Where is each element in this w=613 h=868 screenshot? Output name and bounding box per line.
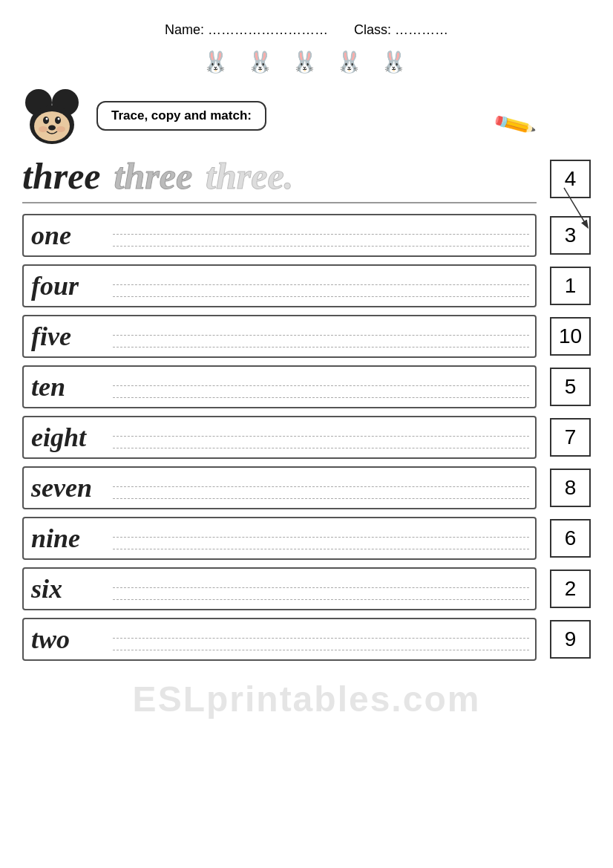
word-row-5: seven 8 bbox=[22, 466, 591, 509]
word-row-2: five 10 bbox=[22, 315, 591, 358]
dotted-line-mid-2 bbox=[113, 335, 529, 336]
instruction-text: Trace, copy and match: bbox=[111, 108, 252, 123]
word-row-6: nine 6 bbox=[22, 517, 591, 560]
trace-word-3: three. bbox=[206, 154, 293, 198]
svg-point-10 bbox=[55, 117, 61, 124]
trace-number: 4 bbox=[565, 167, 577, 191]
svg-point-12 bbox=[58, 118, 60, 120]
word-container-6: nine bbox=[22, 517, 537, 560]
number-box-4: 7 bbox=[550, 418, 591, 457]
word-row-7: six 2 bbox=[22, 567, 591, 610]
number-box-1: 1 bbox=[550, 267, 591, 305]
trace-number-box: 4 bbox=[550, 160, 591, 198]
number-box-2: 10 bbox=[550, 317, 591, 356]
dotted-line-mid-8 bbox=[113, 638, 529, 639]
word-container-7: six bbox=[22, 567, 537, 610]
number-value-3: 5 bbox=[565, 375, 577, 399]
number-box-3: 5 bbox=[550, 368, 591, 406]
number-box-6: 6 bbox=[550, 519, 591, 558]
word-row-8: two 9 bbox=[22, 618, 591, 661]
dotted-line-top-3 bbox=[113, 397, 529, 398]
word-label-3: ten bbox=[31, 371, 65, 402]
number-value-8: 9 bbox=[565, 627, 577, 651]
word-label-4: eight bbox=[31, 422, 86, 453]
dotted-line-top-6 bbox=[113, 549, 529, 549]
number-box-0: 3 bbox=[550, 216, 591, 255]
mickey-icon bbox=[22, 86, 82, 146]
dotted-line-mid-4 bbox=[113, 436, 529, 437]
dotted-line-mid-5 bbox=[113, 486, 529, 487]
word-rows-container: one 3 four 1 five 10 bbox=[22, 214, 591, 661]
dotted-line-top-5 bbox=[113, 498, 529, 499]
word-container-2: five bbox=[22, 315, 537, 358]
svg-point-15 bbox=[56, 126, 65, 132]
number-value-0: 3 bbox=[565, 223, 577, 247]
dotted-line-top-4 bbox=[113, 448, 529, 448]
trace-word-1: three bbox=[22, 154, 101, 198]
dotted-line-top-0 bbox=[113, 246, 529, 247]
number-value-1: 1 bbox=[565, 274, 577, 298]
decorative-svg: 🐰 🐰 🐰 🐰 🐰 bbox=[188, 45, 425, 75]
dotted-line-mid-1 bbox=[113, 284, 529, 285]
word-row-4: eight 7 bbox=[22, 416, 591, 459]
word-label-2: five bbox=[31, 321, 71, 352]
svg-text:🐰: 🐰 bbox=[292, 50, 325, 74]
dotted-line-top-7 bbox=[113, 599, 529, 600]
number-box-8: 9 bbox=[550, 620, 591, 659]
word-container-8: two bbox=[22, 618, 537, 661]
svg-text:🐰: 🐰 bbox=[336, 50, 370, 74]
word-label-6: nine bbox=[31, 523, 80, 554]
dotted-line-mid-7 bbox=[113, 587, 529, 588]
word-label-7: six bbox=[31, 573, 62, 604]
svg-point-11 bbox=[46, 118, 48, 120]
dotted-line-mid-3 bbox=[113, 385, 529, 386]
instruction-area: Trace, copy and match: ✏️ bbox=[22, 86, 591, 146]
number-value-2: 10 bbox=[559, 324, 582, 348]
dotted-line-top-1 bbox=[113, 296, 529, 297]
svg-text:🐰: 🐰 bbox=[381, 50, 414, 74]
svg-point-13 bbox=[48, 125, 56, 131]
word-row-0: one 3 bbox=[22, 214, 591, 257]
trace-word-2: three bbox=[114, 154, 193, 198]
word-label-0: one bbox=[31, 220, 71, 251]
trace-row: three three three. 4 bbox=[22, 154, 591, 203]
watermark: ESLprintables.com bbox=[133, 679, 481, 719]
instruction-box: Trace, copy and match: bbox=[96, 101, 266, 131]
word-container-3: ten bbox=[22, 365, 537, 408]
word-container-1: four bbox=[22, 264, 537, 307]
pencil-icon: ✏️ bbox=[491, 102, 537, 148]
number-value-4: 7 bbox=[565, 425, 577, 449]
word-label-8: two bbox=[31, 624, 70, 655]
svg-text:🐰: 🐰 bbox=[203, 50, 236, 74]
word-row-1: four 1 bbox=[22, 264, 591, 307]
word-container-0: one bbox=[22, 214, 537, 257]
number-value-7: 2 bbox=[565, 577, 577, 601]
number-box-5: 8 bbox=[550, 469, 591, 507]
word-container-5: seven bbox=[22, 466, 537, 509]
dotted-line-mid-6 bbox=[113, 537, 529, 538]
worksheet-page: Name: ……………………… Class: ………… 🐰 🐰 🐰 🐰 🐰 bbox=[0, 0, 613, 868]
word-label-5: seven bbox=[31, 472, 92, 503]
number-box-7: 2 bbox=[550, 570, 591, 608]
decorative-row: 🐰 🐰 🐰 🐰 🐰 bbox=[22, 45, 591, 80]
number-value-5: 8 bbox=[565, 476, 577, 500]
number-value-6: 6 bbox=[565, 526, 577, 550]
class-label: Class: ………… bbox=[354, 22, 448, 37]
dotted-line-top-2 bbox=[113, 347, 529, 347]
svg-text:🐰: 🐰 bbox=[247, 50, 281, 74]
word-row-3: ten 5 bbox=[22, 365, 591, 408]
word-container-4: eight bbox=[22, 416, 537, 459]
dotted-line-mid-0 bbox=[113, 234, 529, 235]
dotted-line-top-8 bbox=[113, 650, 529, 650]
svg-point-14 bbox=[39, 126, 47, 132]
word-label-1: four bbox=[31, 270, 79, 301]
trace-section: three three three. 4 bbox=[22, 154, 591, 203]
name-label: Name: ……………………… bbox=[165, 22, 328, 37]
svg-point-9 bbox=[43, 117, 49, 124]
header: Name: ……………………… Class: ………… bbox=[22, 15, 591, 38]
